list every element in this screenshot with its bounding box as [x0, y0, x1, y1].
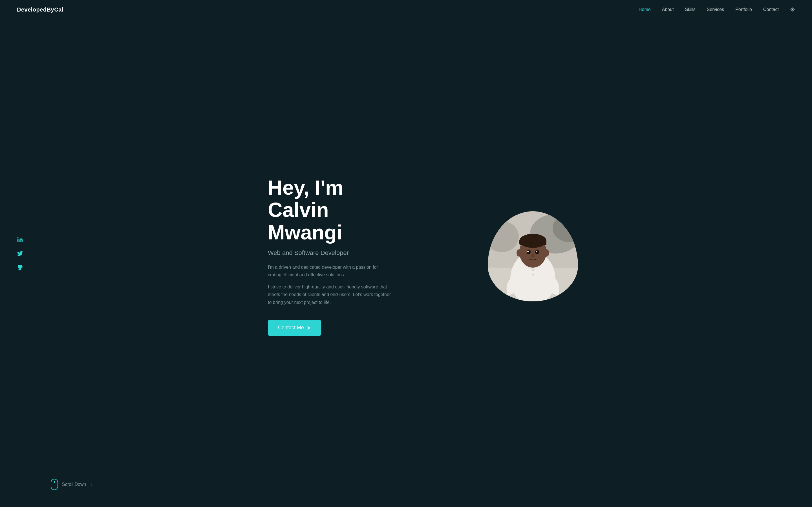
theme-toggle-item[interactable]: ☀ — [790, 6, 795, 13]
nav-item-skills[interactable]: Skills — [685, 7, 695, 12]
svg-point-0 — [17, 237, 18, 238]
scroll-down[interactable]: Scroll Down ↓ — [51, 479, 93, 490]
hero-section: Hey, I'm Calvin Mwangi Web and Software … — [0, 0, 812, 507]
theme-toggle-icon[interactable]: ☀ — [790, 6, 795, 13]
hero-greeting: Hey, I'm — [268, 176, 343, 199]
svg-point-17 — [544, 249, 549, 257]
hero-name-line1: Calvin — [268, 199, 329, 221]
navbar: DevelopedByCal Home About Skills Service… — [0, 0, 812, 19]
hero-desc-2: I strive to deliver high-quality and use… — [268, 283, 392, 306]
svg-point-14 — [536, 251, 538, 252]
linkedin-icon[interactable] — [17, 236, 23, 242]
hero-subtitle: Web and Software Developer — [268, 249, 460, 257]
svg-point-15 — [531, 254, 534, 258]
profile-image — [488, 211, 578, 301]
svg-point-19 — [532, 274, 534, 276]
scroll-mouse-icon — [51, 479, 58, 490]
svg-point-16 — [516, 249, 522, 257]
contact-btn-label: Contact Me — [278, 325, 304, 331]
hero-image-wrapper — [488, 211, 578, 301]
svg-rect-10 — [519, 239, 546, 245]
svg-point-18 — [532, 270, 534, 271]
nav-item-contact[interactable]: Contact — [763, 7, 779, 12]
nav-item-home[interactable]: Home — [639, 7, 651, 12]
nav-link-services[interactable]: Services — [707, 7, 724, 12]
profile-image-container — [488, 211, 578, 301]
hero-description: I'm a driven and dedicated developer wit… — [268, 263, 392, 306]
nav-link-about[interactable]: About — [662, 7, 674, 12]
nav-item-about[interactable]: About — [662, 7, 674, 12]
nav-links: Home About Skills Services Portfolio Con… — [639, 6, 795, 13]
hero-content: Hey, I'm Calvin Mwangi Web and Software … — [268, 177, 578, 336]
scroll-mouse-dot — [54, 481, 55, 483]
hero-text: Hey, I'm Calvin Mwangi Web and Software … — [268, 177, 460, 336]
hero-desc-1: I'm a driven and dedicated developer wit… — [268, 263, 392, 279]
site-logo[interactable]: DevelopedByCal — [17, 6, 63, 13]
hero-name-line2: Mwangi — [268, 221, 342, 244]
hero-title: Hey, I'm Calvin Mwangi — [268, 177, 460, 244]
scroll-down-label: Scroll Down — [62, 482, 86, 487]
svg-point-13 — [527, 251, 529, 252]
nav-link-skills[interactable]: Skills — [685, 7, 695, 12]
github-icon[interactable] — [17, 265, 23, 271]
contact-me-button[interactable]: Contact Me ➤ — [268, 320, 321, 336]
arrow-icon: ➤ — [307, 325, 311, 331]
scroll-down-arrow-icon: ↓ — [90, 482, 93, 488]
nav-item-portfolio[interactable]: Portfolio — [735, 7, 752, 12]
nav-link-contact[interactable]: Contact — [763, 7, 779, 12]
nav-link-portfolio[interactable]: Portfolio — [735, 7, 752, 12]
nav-link-home[interactable]: Home — [639, 7, 651, 12]
nav-item-services[interactable]: Services — [707, 7, 724, 12]
social-sidebar — [17, 236, 23, 271]
twitter-icon[interactable] — [17, 250, 23, 257]
